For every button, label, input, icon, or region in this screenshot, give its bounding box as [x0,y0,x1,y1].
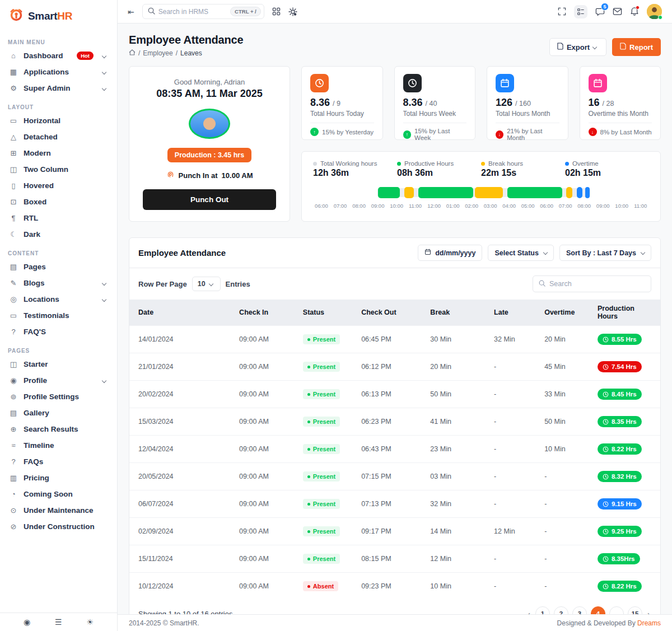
production-hours-badge[interactable]: 8.35Hrs [598,553,640,564]
sidebar-item[interactable]: ⊙ Under Maintenance [4,502,113,518]
global-search[interactable]: CTRL + / [142,4,264,19]
sidebar-item[interactable]: ▭ Testimonials [4,307,113,324]
brightness-icon[interactable]: ☀ [86,618,94,627]
cell-late: - [485,463,535,490]
sidebar-item[interactable]: ☾ Dark [4,226,113,242]
dreams-link[interactable]: Dreams [637,619,661,627]
production-hours-badge[interactable]: 9.25 Hrs [598,526,642,537]
next-page-arrow[interactable]: › [646,609,651,615]
sidebar-item[interactable]: ⊘ Under Construction [4,518,113,535]
apps-grid-icon[interactable] [272,7,281,16]
cell-check-out: 06:23 PM [352,408,421,436]
breadcrumb-employee[interactable]: Employee [143,49,172,57]
page-number-button[interactable]: … [609,606,624,614]
table-search-input[interactable] [549,280,645,288]
column-header[interactable]: Overtime [535,300,589,326]
page-number-button[interactable]: 4 [591,606,605,614]
production-hours-badge[interactable]: 8.55 Hrs [598,334,642,345]
sidebar-item[interactable]: ◔ Coming Soon [4,486,113,502]
production-hours-badge[interactable]: 8.22 Hrs [598,581,642,592]
row-per-page-select[interactable]: 10 [192,277,221,291]
time-label: 12:00 [426,203,442,209]
home-icon[interactable] [129,49,136,57]
table-row[interactable]: 06/07/2024 09:00 AM Present 07:13 PM 32 … [129,490,660,518]
sidebar-item[interactable]: ◫ Two Column [4,161,113,177]
page-number-button[interactable]: 2 [554,606,568,614]
chat-icon[interactable]: 5 [595,7,605,16]
production-hours-badge[interactable]: 8.35 Hrs [598,416,642,427]
notifications-bell-icon[interactable] [630,7,639,16]
sidebar-item[interactable]: △ Detached [4,129,113,145]
sidebar-item[interactable]: ⚙ Super Admin [4,80,113,96]
sidebar-item[interactable]: ▤ Pages [4,259,113,275]
report-button[interactable]: Report [612,38,661,56]
production-hours-badge[interactable]: 8.22 Hrs [598,443,642,455]
page-number-button[interactable]: 1 [535,606,550,614]
mail-icon[interactable] [613,7,622,16]
column-header[interactable]: Check In [230,300,294,326]
list-icon[interactable]: ☰ [55,618,62,627]
user-avatar[interactable] [647,4,662,19]
column-header[interactable]: Date [129,300,230,326]
sidebar-item[interactable]: ◉ Profile [4,372,113,389]
table-row[interactable]: 20/05/2024 09:00 AM Present 07:15 PM 03 … [129,463,660,490]
sidebar-item[interactable]: ⌂ Dashboard Hot [4,48,113,64]
production-hours-badge[interactable]: 8.32 Hrs [598,471,642,482]
production-hours-badge[interactable]: 7.54 Hrs [598,361,642,372]
sidebar-item[interactable]: ▥ Pricing [4,470,113,486]
cell-break: 03 Min [421,463,485,490]
sidebar-item[interactable]: ? FAQs [4,454,113,470]
entries-label: Entries [226,280,250,288]
column-header[interactable]: Production Hours [589,300,660,326]
people-icon[interactable]: ◉ [24,618,30,627]
sidebar-item[interactable]: ⊡ Boxed [4,194,113,210]
page-number-button[interactable]: 3 [572,606,587,614]
sidebar-item[interactable]: ≈ Timeline [4,437,113,454]
sidebar-item[interactable]: ⊕ Search Results [4,421,113,437]
sidebar-item[interactable]: ⊞ Modern [4,145,113,161]
sidebar-item[interactable]: ⊚ Profile Settings [4,389,113,405]
cell-check-in: 09:00 AM [230,545,294,573]
punch-out-button[interactable]: Punch Out [143,189,276,210]
layout-settings-icon[interactable] [574,5,587,18]
sidebar-item[interactable]: ¶ RTL [4,210,113,226]
column-header[interactable]: Break [421,300,485,326]
stat-label: Total Hours Week [403,110,467,118]
sidebar-item[interactable]: ▦ Applications [4,64,113,80]
fullscreen-icon[interactable] [558,7,566,16]
cell-check-in: 09:00 AM [230,436,294,463]
table-search[interactable] [533,275,651,292]
page-number-button[interactable]: 15 [628,606,642,614]
column-header[interactable]: Check Out [352,300,421,326]
sidebar-item[interactable]: ? FAQ'S [4,324,113,340]
date-filter[interactable]: dd/mm/yyyy [418,245,482,261]
sidebar-collapse-icon[interactable]: ⇤ [128,7,134,16]
sidebar-item[interactable]: ◎ Locations [4,291,113,307]
sidebar-item[interactable]: ▤ Gallery [4,405,113,421]
prev-page-arrow[interactable]: ‹ [526,609,531,615]
production-hours-badge[interactable]: 8.45 Hrs [598,389,642,400]
sidebar-item-label: Dashboard [24,52,71,60]
sidebar-item[interactable]: ✎ Blogs [4,275,113,291]
export-button[interactable]: Export [549,38,606,56]
sidebar-item[interactable]: ▯ Hovered [4,177,113,194]
table-row[interactable]: 15/03/2024 09:00 AM Present 06:23 PM 41 … [129,408,660,436]
table-row[interactable]: 12/04/2024 09:00 AM Present 06:43 PM 23 … [129,436,660,463]
logo[interactable]: SmartHR [0,0,117,30]
table-row[interactable]: 14/01/2024 09:00 AM Present 06:45 PM 30 … [129,326,660,353]
column-header[interactable]: Status [294,300,352,326]
search-input[interactable] [158,8,227,16]
status-filter-select[interactable]: Select Status [488,245,554,261]
cell-late: - [485,353,535,381]
table-row[interactable]: 21/01/2024 09:00 AM Present 06:12 PM 20 … [129,353,660,381]
table-row[interactable]: 02/09/2024 09:00 AM Present 09:17 PM 14 … [129,518,660,545]
production-hours-badge[interactable]: 9.15 Hrs [598,498,642,510]
settings-gear-icon[interactable] [288,7,297,16]
sidebar-item[interactable]: ▭ Horizontal [4,113,113,129]
sort-by-select[interactable]: Sort By : Last 7 Days [559,245,651,261]
column-header[interactable]: Late [485,300,535,326]
table-row[interactable]: 15/11/2024 09:00 AM Present 08:15 PM 12 … [129,545,660,573]
sidebar-item[interactable]: ◫ Starter [4,356,113,372]
table-row[interactable]: 10/12/2024 09:00 AM Absent 09:23 PM 10 M… [129,573,660,600]
table-row[interactable]: 20/02/2024 09:00 AM Present 06:13 PM 50 … [129,381,660,408]
